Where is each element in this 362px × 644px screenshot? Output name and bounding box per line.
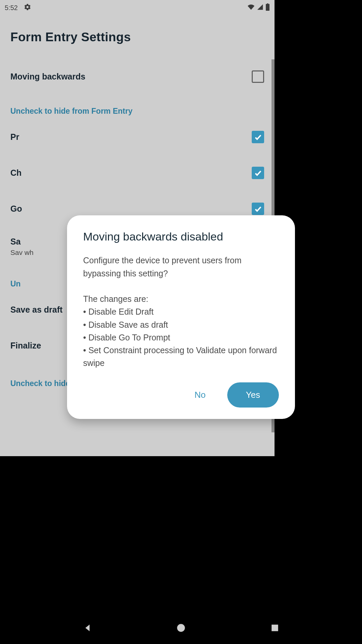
pref-unknown-ch[interactable]: Ch bbox=[0, 155, 275, 191]
dialog-actions: No Yes bbox=[83, 382, 275, 408]
page-title: Form Entry Settings bbox=[10, 30, 131, 44]
checkbox[interactable] bbox=[252, 167, 264, 179]
dialog-title: Moving backwards disabled bbox=[83, 230, 275, 243]
checkbox[interactable] bbox=[252, 203, 264, 215]
pref-unknown-pr[interactable]: Pr bbox=[0, 119, 275, 155]
cell-icon bbox=[257, 4, 263, 12]
checkbox[interactable] bbox=[252, 131, 264, 143]
status-right bbox=[247, 3, 270, 12]
app-bar: Form Entry Settings bbox=[0, 16, 275, 59]
yes-button[interactable]: Yes bbox=[227, 382, 275, 408]
battery-icon bbox=[265, 3, 270, 12]
wifi-icon bbox=[247, 4, 255, 12]
pref-title: Go bbox=[10, 204, 245, 214]
pref-title: Ch bbox=[10, 168, 245, 178]
pref-moving-backwards[interactable]: Moving backwards bbox=[0, 59, 275, 95]
status-bar: 5:52 bbox=[0, 0, 275, 16]
pref-title: Moving backwards bbox=[10, 72, 245, 82]
section-uncheck-form-entry: Uncheck to hide from Form Entry bbox=[0, 95, 275, 119]
dialog-body: Configure the device to prevent users fr… bbox=[83, 254, 275, 369]
gear-icon bbox=[24, 3, 31, 12]
pref-title: Pr bbox=[10, 132, 245, 142]
status-left: 5:52 bbox=[5, 3, 31, 12]
dialog-moving-backwards-disabled: Moving backwards disabled Configure the … bbox=[67, 215, 275, 419]
no-button[interactable]: No bbox=[188, 384, 212, 406]
status-time: 5:52 bbox=[5, 4, 18, 12]
checkbox-moving-backwards[interactable] bbox=[252, 70, 264, 83]
